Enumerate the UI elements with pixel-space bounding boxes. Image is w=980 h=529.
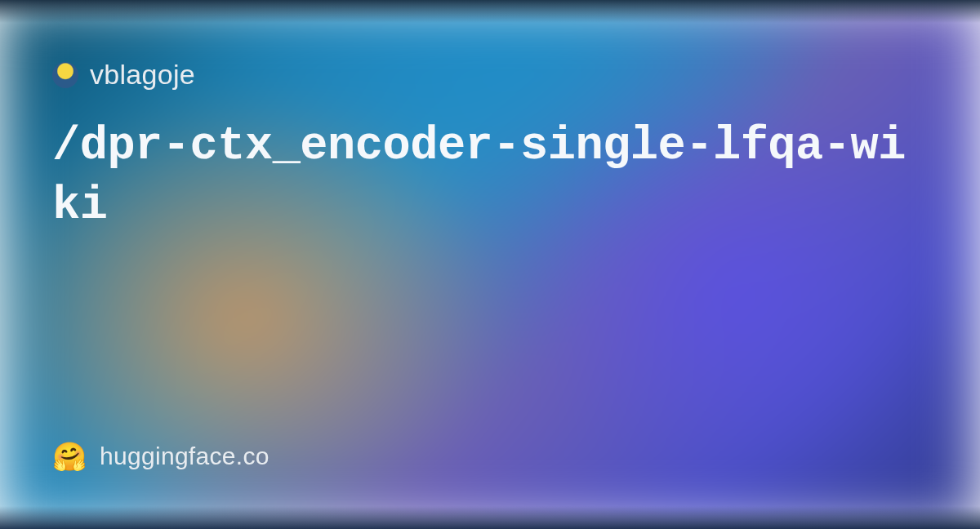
author-avatar: [52, 62, 78, 88]
author-name: vblagoje: [90, 59, 195, 91]
footer: 🤗 huggingface.co: [52, 442, 928, 470]
site-domain: huggingface.co: [100, 442, 270, 470]
author-row: vblagoje: [52, 59, 928, 91]
content-container: vblagoje /dpr-ctx_encoder-single-lfqa-wi…: [0, 0, 980, 529]
huggingface-logo-icon: 🤗: [52, 442, 87, 470]
page-title: /dpr-ctx_encoder-single-lfqa-wiki: [52, 117, 928, 236]
